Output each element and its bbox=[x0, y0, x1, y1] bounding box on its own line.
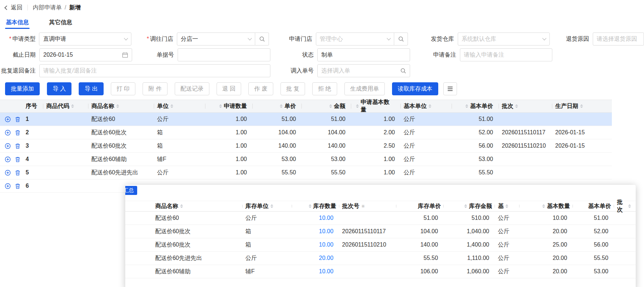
col-stock-qty[interactable]: 库存数量 bbox=[292, 201, 339, 211]
sort-icon[interactable] bbox=[219, 104, 222, 108]
back-button[interactable]: 返回 bbox=[5, 4, 22, 12]
table-row[interactable]: 3 配送价60批次 箱 1.00 140.00 140.00 2.50 公斤 5… bbox=[0, 139, 612, 153]
table-row[interactable]: 5 配送价60先进先出 公斤 1.00 55.50 55.50 1.00 公斤 … bbox=[0, 166, 612, 179]
apply-store-select[interactable]: 管理中心 bbox=[316, 32, 395, 45]
col-stock-amount[interactable]: 库存金额 bbox=[444, 201, 495, 211]
to-store-search-button[interactable] bbox=[255, 32, 269, 45]
col-unit[interactable]: 单位 bbox=[154, 100, 205, 112]
approve-note-input[interactable] bbox=[43, 68, 266, 74]
col-amount[interactable]: 金额 bbox=[302, 100, 351, 112]
to-store-select[interactable]: 分店一 bbox=[177, 32, 256, 45]
sort-icon[interactable] bbox=[180, 204, 183, 208]
column-settings-button[interactable] bbox=[443, 82, 457, 95]
doc-no-input[interactable] bbox=[182, 52, 266, 58]
col-base-price[interactable]: 基本单价 bbox=[452, 100, 499, 112]
void-button[interactable]: 作 废 bbox=[248, 82, 273, 95]
tab-basic-info[interactable]: 基本信息 bbox=[3, 16, 32, 31]
sort-icon[interactable] bbox=[464, 204, 467, 208]
col-product-code[interactable]: 商品代码 bbox=[43, 100, 88, 112]
sort-icon[interactable] bbox=[628, 204, 631, 208]
apply-note-field[interactable] bbox=[460, 48, 552, 61]
sort-icon[interactable] bbox=[515, 104, 518, 108]
col-base-unit[interactable]: 基本单位 bbox=[401, 100, 452, 112]
breadcrumb-parent[interactable]: 内部申请单 bbox=[33, 4, 62, 12]
sort-icon[interactable] bbox=[428, 104, 431, 108]
stock-row[interactable]: 配送价60 公斤 10.00 51.00 510.00 公斤 10.00 51.… bbox=[125, 212, 636, 225]
col-base-qty[interactable]: 申请基本数量 bbox=[351, 100, 401, 112]
search-icon[interactable] bbox=[400, 68, 406, 74]
col-unit-price[interactable]: 单价 bbox=[253, 100, 302, 112]
stock-row[interactable]: 配送价60先进先出 公斤 20.00 55.50 1,110.00 公斤 20.… bbox=[125, 252, 636, 265]
stock-row[interactable]: 配送价60批次 箱 10.00 20260115110210 140.00 1,… bbox=[125, 238, 636, 252]
sort-icon[interactable] bbox=[542, 204, 545, 208]
col-stock-base-qty[interactable]: 基本数量 bbox=[519, 201, 573, 211]
add-row-icon[interactable] bbox=[5, 116, 11, 122]
col-stock-product-name[interactable]: 商品名称 bbox=[152, 201, 243, 211]
delete-row-icon[interactable] bbox=[15, 170, 21, 176]
col-stock-unit[interactable]: 库存单位 bbox=[243, 201, 292, 211]
col-stock-price[interactable]: 库存单价 bbox=[396, 201, 444, 211]
col-stock-base-price[interactable]: 基本单价 bbox=[573, 201, 614, 211]
read-stock-cost-button[interactable]: 读取库存成本 bbox=[392, 82, 438, 95]
approve-button[interactable]: 批 复 bbox=[280, 82, 305, 95]
col-prod-date[interactable]: 生产日期 bbox=[552, 100, 612, 112]
sort-icon[interactable] bbox=[170, 104, 173, 108]
transfer-in-no-field[interactable] bbox=[317, 64, 410, 77]
import-button[interactable]: 导 入 bbox=[47, 82, 71, 95]
tab-other-info[interactable]: 其它信息 bbox=[46, 16, 75, 31]
table-row[interactable]: 4 配送价60辅助 辅F 1.00 53.00 53.00 1.00 公斤 53… bbox=[0, 153, 612, 166]
return-reason-input[interactable] bbox=[597, 36, 640, 42]
table-row[interactable]: 2 配送价60批次 箱 1.00 104.00 104.00 2.00 公斤 5… bbox=[0, 126, 612, 139]
add-row-icon[interactable] bbox=[5, 170, 11, 176]
deadline-date-picker[interactable]: 2026-01-15 bbox=[39, 48, 132, 61]
reject-button[interactable]: 拒 绝 bbox=[312, 82, 337, 95]
col-stock-base-unit[interactable]: 基 bbox=[495, 201, 519, 211]
filter-icon[interactable]: ≡ bbox=[362, 203, 365, 209]
sort-icon[interactable] bbox=[505, 204, 508, 208]
add-row-icon[interactable] bbox=[5, 183, 11, 189]
attachment-button[interactable]: 附 件 bbox=[143, 82, 167, 95]
generate-expense-button[interactable]: 生成费用单 bbox=[344, 82, 385, 95]
sort-icon[interactable] bbox=[309, 204, 312, 208]
table-row[interactable]: 1 配送价60 公斤 1.00 51.00 51.00 1.00 公斤 51.0… bbox=[0, 113, 612, 126]
delivery-record-button[interactable]: 配送记录 bbox=[175, 82, 209, 95]
col-stock-batch2[interactable]: 批次 bbox=[614, 201, 636, 211]
col-stock-batch[interactable]: 批次号≡ bbox=[339, 201, 397, 211]
sort-icon[interactable] bbox=[465, 104, 468, 108]
sort-icon[interactable] bbox=[356, 104, 359, 108]
return-reason-select[interactable] bbox=[593, 32, 644, 45]
add-row-icon[interactable] bbox=[5, 130, 11, 136]
stock-qty-link[interactable]: 10.00 bbox=[319, 268, 334, 275]
stock-qty-link[interactable]: 10.00 bbox=[319, 242, 334, 248]
popup-tab-summary[interactable]: 汇总 bbox=[125, 186, 137, 195]
col-batch[interactable]: 批次 bbox=[499, 100, 552, 112]
sort-icon[interactable] bbox=[280, 104, 283, 108]
print-button[interactable]: 打 印 bbox=[111, 82, 135, 95]
warehouse-select[interactable]: 系统默认仓库 bbox=[458, 32, 550, 45]
approve-note-field[interactable] bbox=[39, 64, 270, 77]
stock-row[interactable]: 配送价60辅助 辅F 10.00 106.00 1,060.00 公斤 20.0… bbox=[125, 265, 636, 278]
batch-add-button[interactable]: 批量添加 bbox=[5, 82, 40, 95]
delete-row-icon[interactable] bbox=[15, 116, 21, 122]
sort-icon[interactable] bbox=[116, 104, 119, 108]
apply-note-input[interactable] bbox=[464, 52, 548, 58]
sort-icon[interactable] bbox=[71, 104, 74, 108]
delete-row-icon[interactable] bbox=[15, 183, 21, 189]
sort-icon[interactable] bbox=[580, 104, 583, 108]
stock-row[interactable]: 配送价60批次 箱 10.00 20260115110117 104.00 1,… bbox=[125, 225, 636, 238]
apply-type-select[interactable]: 直调申请 bbox=[39, 32, 131, 45]
add-row-icon[interactable] bbox=[5, 156, 11, 162]
stock-qty-link[interactable]: 20.00 bbox=[319, 255, 334, 261]
sort-icon[interactable] bbox=[329, 104, 332, 108]
delete-row-icon[interactable] bbox=[15, 130, 21, 136]
col-apply-qty[interactable]: 申请数量 bbox=[205, 100, 253, 112]
add-row-icon[interactable] bbox=[5, 143, 11, 149]
stock-qty-link[interactable]: 10.00 bbox=[319, 215, 334, 221]
apply-store-search-button[interactable] bbox=[394, 32, 408, 45]
col-product-name[interactable]: 商品名称 bbox=[88, 100, 154, 112]
doc-no-field[interactable] bbox=[178, 48, 270, 61]
export-button[interactable]: 导 出 bbox=[79, 82, 103, 95]
transfer-in-no-input[interactable] bbox=[321, 68, 397, 74]
sort-icon[interactable] bbox=[270, 204, 273, 208]
stock-qty-link[interactable]: 10.00 bbox=[319, 228, 334, 235]
